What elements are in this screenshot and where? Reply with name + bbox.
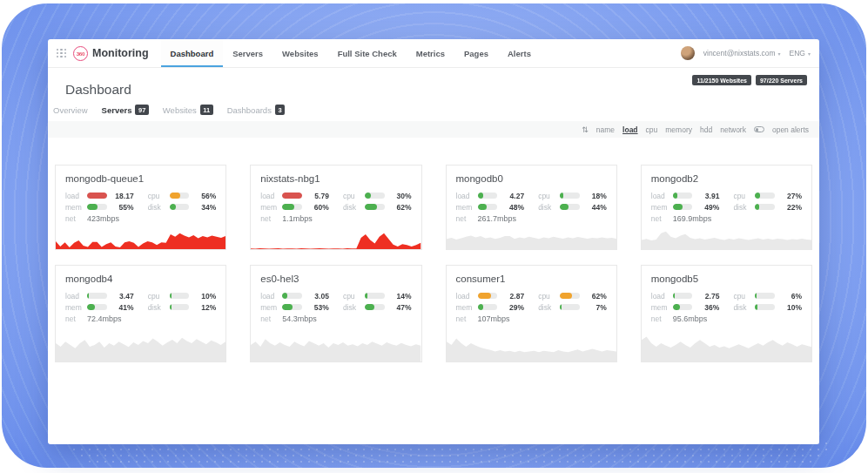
cpu-value: 56% [193,192,216,200]
open-alerts-toggle-icon[interactable] [754,126,764,132]
cpu-label: cpu [538,292,555,301]
mem-bar [673,204,693,210]
server-name[interactable]: mongodb-queue1 [56,166,225,190]
load-bar [282,193,302,199]
tab-servers[interactable]: Servers97 [102,105,149,115]
server-card-mongodb2[interactable]: mongodb2 load 3.91 mem 49% net 169.9mbps [641,165,812,250]
disk-label: disk [538,303,555,312]
net-value: 423mbps [87,214,119,223]
chevron-down-icon: ▾ [808,51,811,57]
nav-item-websites[interactable]: Websites [273,39,328,67]
user-menu[interactable]: vincent@nixstats.com ▾ [703,49,781,57]
tab-label: Servers [102,105,132,115]
server-name[interactable]: mongodb0 [447,166,616,190]
server-card-mongodb0[interactable]: mongodb0 load 4.27 mem 48% net 261.7mbps [446,165,617,250]
net-value: 1.1mbps [282,214,313,223]
disk-bar [560,204,580,210]
server-name[interactable]: consumer1 [447,266,616,290]
network-sparkline [56,226,225,249]
sort-option-network[interactable]: network [720,125,746,134]
nav-item-metrics[interactable]: Metrics [407,39,454,67]
load-value: 4.27 [501,192,524,200]
server-card-mongodb5[interactable]: mongodb5 load 2.75 mem 36% net 95.6mbps [641,265,812,362]
disk-label: disk [733,303,750,312]
logo-text: Monitoring [92,47,149,59]
server-card-consumer1[interactable]: consumer1 load 2.87 mem 29% net 107mbps [446,265,617,362]
tab-label: Websites [163,105,197,115]
server-name[interactable]: mongodb5 [642,266,811,290]
disk-value: 44% [584,203,607,212]
cpu-bar [170,193,190,199]
main-nav: DashboardServersWebsitesFull Site CheckM… [161,39,541,67]
summary-badge[interactable]: 11/2150 Websites [692,75,750,85]
load-bar [673,193,693,199]
load-value: 2.75 [696,292,719,301]
top-navbar: 360 Monitoring DashboardServersWebsitesF… [48,39,819,68]
app-window: 360 Monitoring DashboardServersWebsitesF… [48,39,819,444]
server-metrics: load 2.75 mem 36% net 95.6mbps cpu [642,290,811,324]
network-sparkline [447,226,616,249]
mem-value: 55% [111,203,134,212]
network-sparkline [447,328,616,362]
summary-badge[interactable]: 97/220 Servers [756,75,807,85]
load-bar [478,193,498,199]
open-alerts-label[interactable]: open alerts [772,125,809,134]
load-label: load [651,292,669,301]
sort-option-load[interactable]: load [622,125,637,134]
load-label: load [456,192,474,200]
nav-item-dashboard[interactable]: Dashboard [161,39,224,67]
cpu-label: cpu [148,192,165,200]
load-value: 3.05 [306,292,329,301]
net-label: net [456,314,474,323]
net-value: 107mbps [478,314,510,323]
sort-option-name[interactable]: name [596,125,615,134]
cpu-bar [365,293,385,299]
logo[interactable]: 360 Monitoring [73,46,149,61]
mem-value: 29% [501,303,524,312]
disk-value: 34% [193,203,216,212]
sort-option-cpu[interactable]: cpu [646,125,658,134]
server-name[interactable]: nixstats-nbg1 [251,166,421,190]
net-label: net [651,314,669,323]
tab-overview[interactable]: Overview [53,105,88,115]
server-name[interactable]: mongodb2 [642,166,811,190]
nav-item-full-site-check[interactable]: Full Site Check [328,39,407,67]
cpu-bar [365,193,385,199]
user-email-label: vincent@nixstats.com [703,49,776,57]
app-grid-icon[interactable] [57,49,66,58]
tab-dashboards[interactable]: Dashboards3 [227,105,285,115]
network-sparkline [642,328,811,362]
net-label: net [260,314,278,323]
load-value: 3.47 [111,292,134,301]
server-card-mongodb4[interactable]: mongodb4 load 3.47 mem 41% net 72.4mbps [55,265,226,362]
disk-bar [365,204,385,210]
server-name[interactable]: es0-hel3 [251,266,421,290]
server-metrics: load 4.27 mem 48% net 261.7mbps cpu [447,190,616,224]
nav-item-pages[interactable]: Pages [454,39,498,67]
load-bar [87,193,107,199]
sort-option-memory[interactable]: memory [665,125,692,134]
disk-bar [755,204,775,210]
user-avatar[interactable] [681,46,695,60]
disk-value: 47% [389,303,412,312]
server-card-nixstats-nbg1[interactable]: nixstats-nbg1 load 5.79 mem 60% net 1.1m… [250,165,421,250]
language-selector[interactable]: ENG ▾ [790,49,811,57]
nav-item-alerts[interactable]: Alerts [498,39,541,67]
load-value: 3.91 [696,192,719,200]
mem-label: mem [65,303,83,312]
tab-websites[interactable]: Websites11 [163,105,213,115]
cpu-label: cpu [538,192,555,200]
page-title: Dashboard [65,82,131,98]
nav-item-servers[interactable]: Servers [223,39,273,67]
server-card-mongodb-queue1[interactable]: mongodb-queue1 load 18.17 mem 55% net 42… [55,165,226,250]
net-value: 95.6mbps [673,314,708,323]
network-sparkline [642,226,811,249]
load-value: 5.79 [306,192,329,200]
server-name[interactable]: mongodb4 [56,266,225,290]
server-card-es0-hel3[interactable]: es0-hel3 load 3.05 mem 53% net 54.3mbps [250,265,421,362]
load-bar [673,293,693,299]
sort-option-hdd[interactable]: hdd [700,125,712,134]
load-label: load [260,192,278,200]
load-label: load [260,292,278,301]
cpu-bar [755,293,775,299]
